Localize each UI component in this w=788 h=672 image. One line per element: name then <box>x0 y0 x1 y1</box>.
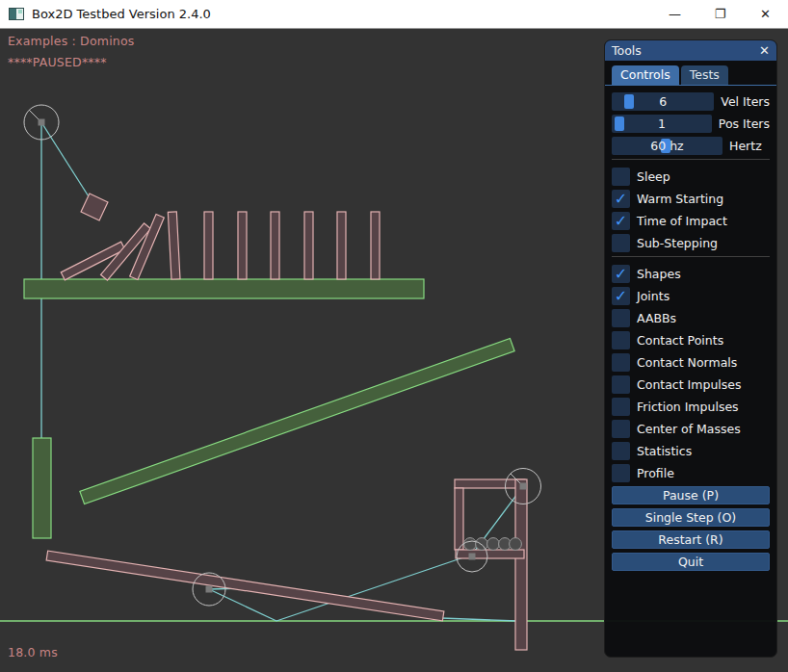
check-row: ✓ Joints <box>612 287 770 305</box>
window-title: Box2D Testbed Version 2.4.0 <box>32 7 211 21</box>
check-row: ✓ Sleep <box>612 168 770 186</box>
pendulum-frame <box>455 479 527 650</box>
domino <box>168 212 180 279</box>
pause-button[interactable]: Pause (P) <box>612 486 770 504</box>
domino <box>371 212 380 279</box>
joint-anchor <box>469 554 476 560</box>
ball <box>464 538 477 551</box>
frame-shelf <box>456 550 524 558</box>
maximize-icon[interactable]: ❐ <box>697 0 743 28</box>
frame-top-bar <box>455 479 525 488</box>
check-row: ✓ Shapes <box>612 265 770 283</box>
tab-controls[interactable]: Controls <box>612 65 679 85</box>
tools-panel-title: Tools <box>612 43 642 58</box>
check-icon: ✓ <box>615 190 627 208</box>
checkbox-sub-stepping[interactable]: ✓ <box>612 234 630 252</box>
minimize-icon[interactable]: — <box>652 0 697 28</box>
checkbox-center-of-masses[interactable]: ✓ <box>612 420 630 438</box>
slider-row: 60 hz Hertz <box>612 137 770 155</box>
ball <box>510 538 522 551</box>
joint-anchor <box>520 483 527 490</box>
joint-anchor <box>206 586 213 593</box>
checkbox-contact-normals[interactable]: ✓ <box>612 353 630 372</box>
checkbox-joints[interactable]: ✓ <box>612 287 630 305</box>
domino <box>304 212 313 279</box>
checkbox-sleep[interactable]: ✓ <box>612 168 630 186</box>
ball <box>487 538 500 551</box>
pos-iters-slider[interactable]: 1 <box>612 115 712 133</box>
tools-panel-titlebar[interactable]: Tools ✕ <box>605 40 776 61</box>
domino <box>271 212 279 279</box>
domino <box>238 212 247 279</box>
standing-dominoes[interactable] <box>168 212 380 279</box>
example-name-label: Examples : Dominos <box>8 34 135 48</box>
vel-iters-label: Vel Iters <box>721 94 770 109</box>
check-row: ✓ Sub-Stepping <box>612 234 770 252</box>
domino-platform <box>24 279 424 298</box>
separator <box>612 256 770 257</box>
restart-button[interactable]: Restart (R) <box>612 530 770 549</box>
tab-tests[interactable]: Tests <box>681 65 728 85</box>
checkbox-shapes[interactable]: ✓ <box>612 265 630 283</box>
fallen-dominoes[interactable] <box>61 215 164 281</box>
check-row: ✓ Profile <box>612 464 770 482</box>
frame-time-label: 18.0 ms <box>8 645 58 659</box>
checkbox-profile[interactable]: ✓ <box>612 464 630 482</box>
joint-anchor <box>39 119 45 126</box>
close-icon[interactable]: ✕ <box>743 0 788 28</box>
check-row: ✓ Contact Normals <box>612 353 770 372</box>
check-icon: ✓ <box>615 265 627 283</box>
checkbox-friction-impulses[interactable]: ✓ <box>612 398 630 416</box>
check-row: ✓ Contact Points <box>612 331 770 349</box>
paused-status-label: ****PAUSED**** <box>8 55 107 69</box>
resting-balls[interactable] <box>464 538 522 551</box>
tools-content: 6 Vel Iters 1 Pos Iters 60 hz Hertz <box>605 86 776 571</box>
pos-iters-label: Pos Iters <box>719 116 770 131</box>
hertz-label: Hertz <box>729 139 762 153</box>
quit-button[interactable]: Quit <box>612 553 770 571</box>
frame-right-bar <box>515 479 527 650</box>
ramp <box>80 338 514 504</box>
slider-row: 1 Pos Iters <box>612 115 770 133</box>
checkbox-warm-starting[interactable]: ✓ <box>612 190 630 208</box>
app-icon <box>9 8 24 20</box>
checkbox-contact-impulses[interactable]: ✓ <box>612 375 630 394</box>
checkbox-time-of-impact[interactable]: ✓ <box>612 212 630 230</box>
check-row: ✓ Contact Impulses <box>612 375 770 394</box>
hertz-slider[interactable]: 60 hz <box>612 137 722 155</box>
check-row: ✓ Statistics <box>612 442 770 460</box>
check-icon: ✓ <box>615 287 627 305</box>
tools-tabbar: Controls Tests <box>605 61 776 86</box>
green-post <box>33 438 51 538</box>
single-step-button[interactable]: Single Step (O) <box>612 508 770 527</box>
app-window: Box2D Testbed Version 2.4.0 — ❐ ✕ <box>0 0 788 672</box>
tools-panel: Tools ✕ Controls Tests 6 Vel Iters 1 Pos… <box>604 39 777 658</box>
seesaw-plank[interactable] <box>46 551 444 621</box>
vel-iters-slider[interactable]: 6 <box>612 92 714 111</box>
swinging-box[interactable] <box>81 194 108 220</box>
checkbox-contact-points[interactable]: ✓ <box>612 331 630 349</box>
check-row: ✓ AABBs <box>612 309 770 327</box>
window-titlebar: Box2D Testbed Version 2.4.0 — ❐ ✕ <box>0 0 788 29</box>
checkbox-statistics[interactable]: ✓ <box>612 442 630 460</box>
domino <box>204 212 213 279</box>
check-row: ✓ Friction Impulses <box>612 398 770 416</box>
check-row: ✓ Time of Impact <box>612 212 770 230</box>
check-icon: ✓ <box>615 212 627 230</box>
frame-left-bar <box>455 488 463 550</box>
slider-row: 6 Vel Iters <box>612 92 770 111</box>
check-row: ✓ Center of Masses <box>612 420 770 438</box>
checkbox-aabbs[interactable]: ✓ <box>612 309 630 327</box>
check-row: ✓ Warm Starting <box>612 190 770 208</box>
domino <box>337 212 346 279</box>
separator <box>612 159 770 160</box>
tools-close-icon[interactable]: ✕ <box>759 44 770 57</box>
